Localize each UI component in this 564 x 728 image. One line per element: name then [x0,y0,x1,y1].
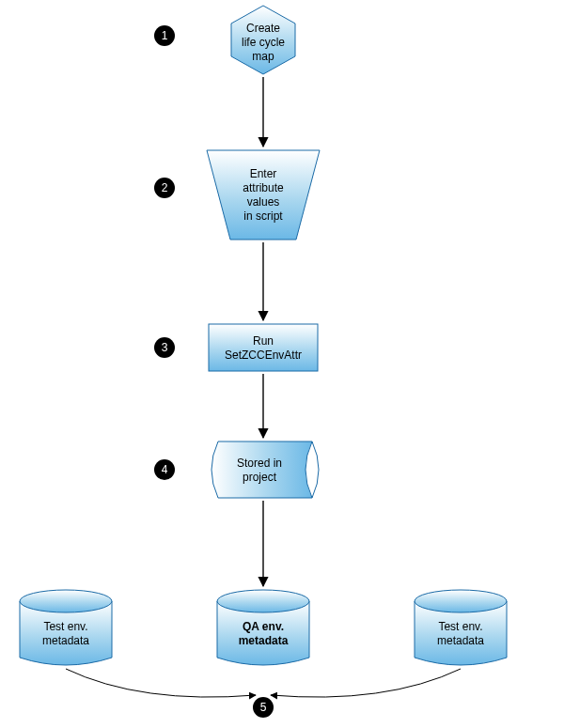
svg-text:3: 3 [162,341,168,354]
node-process [209,324,318,371]
node-cylinder-mid [217,590,309,665]
step-marker-4: 4 [154,459,175,480]
flowchart-svg: 1 2 3 4 5 [0,0,564,728]
node-storage [212,441,319,498]
step-marker-3: 3 [154,337,175,358]
arrow-right-merge [271,669,461,697]
node-cylinder-left [20,590,112,665]
svg-rect-12 [209,324,318,371]
arrow-left-merge [66,669,256,697]
svg-point-15 [415,590,507,612]
svg-point-13 [217,590,309,612]
svg-text:4: 4 [162,463,168,476]
node-trapezoid [207,150,320,240]
step-marker-5: 5 [253,697,274,718]
flowchart-diagram: 1 2 3 4 5 [0,0,564,728]
svg-text:1: 1 [162,29,168,42]
svg-text:2: 2 [162,181,168,194]
step-marker-2: 2 [154,178,175,198]
node-hexagon [231,6,295,74]
node-cylinder-right [415,590,507,665]
svg-text:5: 5 [260,701,267,714]
svg-marker-11 [207,150,320,240]
svg-marker-10 [231,6,295,74]
svg-point-14 [20,590,112,612]
step-marker-1: 1 [154,25,175,46]
